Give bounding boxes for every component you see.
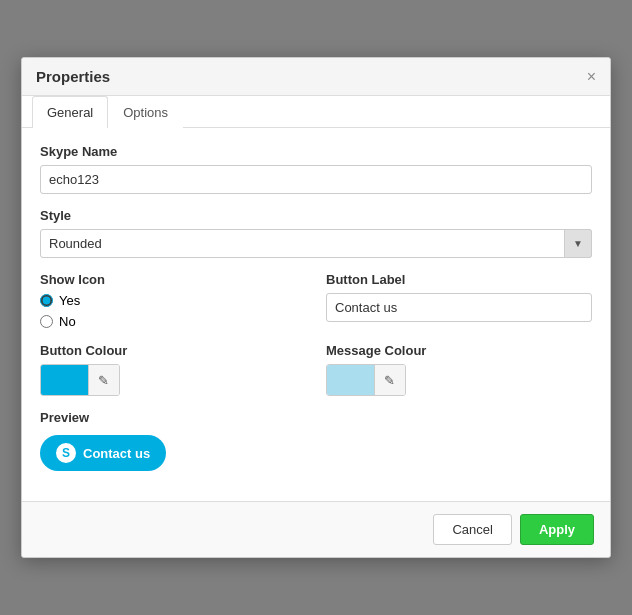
style-group: Style Rounded Square Circle [40,208,592,258]
button-colour-swatch [41,365,88,395]
modal-footer: Cancel Apply [22,501,610,557]
style-select-wrapper: Rounded Square Circle [40,229,592,258]
message-colour-edit-button[interactable]: ✎ [374,365,405,395]
cancel-button[interactable]: Cancel [433,514,511,545]
modal-body: Skype Name Style Rounded Square Circle [22,128,610,501]
tab-bar: General Options [22,96,610,128]
radio-yes-input[interactable] [40,294,53,307]
button-colour-col: Button Colour ✎ [40,343,306,396]
button-colour-edit-button[interactable]: ✎ [88,365,119,395]
modal-overlay: Properties × General Options Skype Name … [0,0,632,615]
button-label-label: Button Label [326,272,592,287]
style-label: Style [40,208,592,223]
properties-modal: Properties × General Options Skype Name … [21,57,611,558]
preview-label: Preview [40,410,592,425]
modal-title: Properties [36,68,110,85]
colours-row: Button Colour ✎ Message Colour ✎ [40,343,592,396]
radio-yes-item[interactable]: Yes [40,293,306,308]
preview-btn-text: Contact us [83,446,150,461]
style-select[interactable]: Rounded Square Circle [40,229,592,258]
skype-name-input[interactable] [40,165,592,194]
show-icon-button-label-row: Show Icon Yes No Button Label [40,272,592,329]
button-colour-swatch-group: ✎ [40,364,120,396]
radio-yes-label: Yes [59,293,80,308]
show-icon-col: Show Icon Yes No [40,272,306,329]
radio-no-item[interactable]: No [40,314,306,329]
skype-name-label: Skype Name [40,144,592,159]
message-colour-label: Message Colour [326,343,592,358]
show-icon-label: Show Icon [40,272,306,287]
button-colour-label: Button Colour [40,343,306,358]
message-colour-swatch-group: ✎ [326,364,406,396]
skype-name-group: Skype Name [40,144,592,194]
radio-no-input[interactable] [40,315,53,328]
tab-general[interactable]: General [32,96,108,128]
close-button[interactable]: × [587,69,596,85]
show-icon-radio-group: Yes No [40,293,306,329]
message-colour-swatch [327,365,374,395]
preview-group: Preview S Contact us [40,410,592,471]
modal-header: Properties × [22,58,610,96]
skype-icon: S [56,443,76,463]
radio-no-label: No [59,314,76,329]
button-label-input[interactable] [326,293,592,322]
tab-options[interactable]: Options [108,96,183,128]
preview-skype-button: S Contact us [40,435,166,471]
message-colour-col: Message Colour ✎ [326,343,592,396]
apply-button[interactable]: Apply [520,514,594,545]
button-label-col: Button Label [326,272,592,329]
